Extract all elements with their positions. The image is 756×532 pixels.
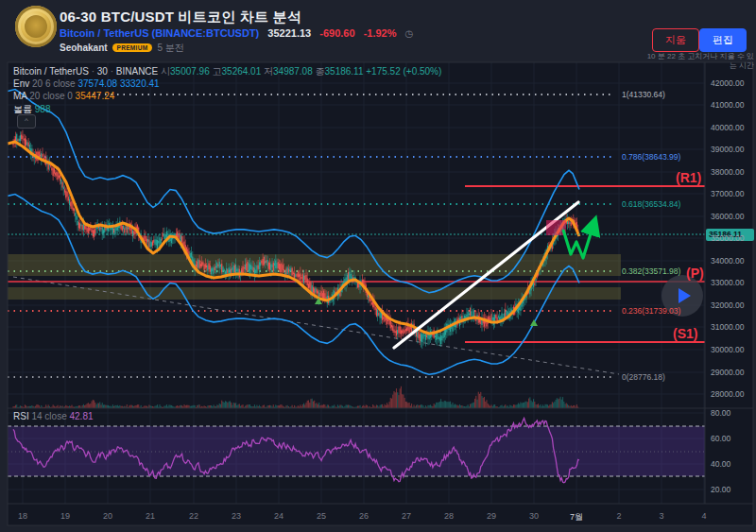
legend-rsi-name: RSI xyxy=(13,411,29,421)
legend-volume-value: 988 xyxy=(35,104,51,114)
avatar[interactable] xyxy=(15,6,57,47)
edit-time-note-line2: 는 시간 xyxy=(631,61,754,71)
time-axis-label: 24 xyxy=(266,511,292,521)
legend-sep: · xyxy=(111,66,113,77)
legend-ma-name: MA xyxy=(13,91,26,101)
pivot-label: (R1) xyxy=(676,170,701,185)
time-axis-label: 29 xyxy=(478,511,505,521)
legend-open-value: 35007.96 xyxy=(170,66,210,77)
legend-open-label: 시 xyxy=(161,66,170,77)
time-axis-label: 4 xyxy=(691,511,717,521)
price-axis-label: 37000.00 xyxy=(711,189,744,198)
symbol-change-pct: -1.92% xyxy=(364,27,397,39)
legend-close-value: 35186.11 xyxy=(325,66,364,77)
page: 06-30 BTC/USDT 비트코인 차트 분석 Bitcoin / Teth… xyxy=(0,0,756,532)
price-axis-label: 32000.00 xyxy=(711,300,744,310)
clock-icon: ◷ xyxy=(405,28,414,39)
legend-exchange: BINANCE xyxy=(116,66,158,77)
price-axis-label: 60.00 xyxy=(711,434,730,443)
time-axis-label: 19 xyxy=(52,511,78,521)
time-axis-label: 2 xyxy=(606,511,632,521)
time-axis-label: 20 xyxy=(94,511,121,521)
price-axis-label: 35000.00 xyxy=(711,233,744,243)
author-name[interactable]: Seohakant xyxy=(60,43,108,53)
price-axis-label: 31000.00 xyxy=(711,322,744,332)
time-axis-label: 22 xyxy=(180,511,207,521)
page-title: 06-30 BTC/USDT 비트코인 차트 분석 xyxy=(60,9,301,26)
coin-emblem-icon xyxy=(25,15,47,38)
edit-button[interactable]: 편집 xyxy=(699,28,747,52)
price-axis-label: 33000.00 xyxy=(711,278,744,287)
time-axis-label: 18 xyxy=(9,511,36,521)
time-axis-label: 28 xyxy=(436,511,462,521)
time-axis-label: 7월 xyxy=(563,511,590,523)
legend-high-label: 고 xyxy=(213,66,222,77)
price-axis-label: 39000.00 xyxy=(711,145,744,154)
fib-level-label: 0(28776.18) xyxy=(622,372,665,382)
legend-change-value: +175.52 (+0.50%) xyxy=(366,66,441,77)
edit-time-note-line1: 10 분 22 초 고치거나 지울 수 있 xyxy=(631,52,754,61)
delete-button[interactable]: 지움 xyxy=(652,28,699,52)
collapse-pane-button[interactable]: ^ xyxy=(17,114,36,129)
legend-low-value: 34987.08 xyxy=(273,66,313,77)
time-axis-label: 25 xyxy=(308,511,335,521)
time-axis-label: 21 xyxy=(137,511,163,521)
legend-env-params: 20 6 close xyxy=(32,78,76,89)
fib-level-label: 1(41330.64) xyxy=(622,90,665,99)
price-axis-label: 20.00 xyxy=(711,485,730,494)
time-axis-label: 3 xyxy=(648,511,675,521)
price-axis-label: 36000.00 xyxy=(711,212,744,221)
time-axis-label: 26 xyxy=(351,511,377,521)
price-axis-label: 34000.00 xyxy=(711,256,744,266)
time-axis-label: 23 xyxy=(223,511,249,521)
price-axis-label: 40.00 xyxy=(711,459,730,469)
legend-rsi-row[interactable]: RSI 14 close 42.81 xyxy=(13,411,94,421)
symbol-exchange[interactable]: (BINANCE:BTCUSDT) xyxy=(152,27,260,39)
price-axis-label: 30000.00 xyxy=(711,345,744,354)
legend-symbol: Bitcoin / TetherUS xyxy=(13,66,89,77)
legend-env-lower: 33320.41 xyxy=(120,78,160,89)
pivot-label: (P) xyxy=(686,266,704,281)
legend-volume-name: 볼륨 xyxy=(13,104,32,114)
legend-env-name: Env xyxy=(13,78,29,89)
legend-ma-params: 20 close 0 xyxy=(29,91,73,101)
legend-rsi-value: 42.81 xyxy=(69,411,93,421)
fib-level-label: 0.236(31739.03) xyxy=(622,306,680,316)
pivot-label: (S1) xyxy=(673,326,697,341)
play-icon xyxy=(679,288,691,303)
edit-time-note: 10 분 22 초 고치거나 지울 수 있 는 시간 xyxy=(631,52,754,71)
price-axis-label: 80.00 xyxy=(711,408,730,418)
legend-env-upper: 37574.08 xyxy=(77,78,117,89)
legend-rsi-params: 14 close xyxy=(31,411,66,421)
legend-interval: 30 xyxy=(97,66,108,77)
author-row: SeohakantPREMIUM5 분전 xyxy=(60,42,184,55)
price-axis-label: 41000.00 xyxy=(711,100,744,110)
premium-badge: PREMIUM xyxy=(112,43,153,52)
price-axis-label: 29000.00 xyxy=(711,368,744,377)
fib-level-label: 0.786(38643.99) xyxy=(622,152,680,162)
chevron-up-icon: ^ xyxy=(25,116,28,125)
legend-symbol-row[interactable]: Bitcoin / TetherUS · 30 · BINANCE 시35007… xyxy=(13,65,441,78)
fib-level-label: 0.382(33571.98) xyxy=(622,266,680,276)
symbol-link[interactable]: Bitcoin / TetherUS xyxy=(60,27,149,39)
legend-ma-row[interactable]: MA 20 close 0 35447.24 xyxy=(13,91,114,101)
time-axis-label: 30 xyxy=(521,511,547,521)
time-axis-label: 27 xyxy=(393,511,420,521)
post-time: 5 분전 xyxy=(157,43,183,53)
symbol-change: -690.60 xyxy=(319,27,354,39)
legend-high-value: 35264.01 xyxy=(222,66,262,77)
legend-env-row[interactable]: Env 20 6 close 37574.08 33320.41 xyxy=(13,78,160,89)
price-axis-label: 40000.00 xyxy=(711,123,744,132)
price-axis-label: 42000.00 xyxy=(711,78,744,88)
legend-close-label: 종 xyxy=(316,66,325,77)
legend-low-label: 저 xyxy=(264,66,273,77)
legend-sep: · xyxy=(92,66,94,77)
fib-level-label: 0.618(36534.84) xyxy=(622,199,680,209)
legend-ma-value: 35447.24 xyxy=(76,91,115,101)
symbol-price: 35221.13 xyxy=(267,27,311,39)
price-axis-label: 28000.00 xyxy=(711,389,744,399)
price-axis-label: 38000.00 xyxy=(711,167,744,177)
symbol-row: Bitcoin / TetherUS (BINANCE:BTCUSDT) 352… xyxy=(60,27,413,39)
